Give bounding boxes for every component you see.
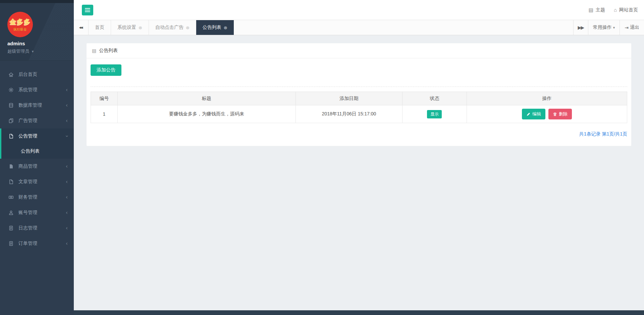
pagination-info: 共1条记录 第1页/共1页 xyxy=(91,131,627,137)
logout-button[interactable]: ⇥ 退出 xyxy=(620,20,644,35)
role-dropdown[interactable]: 超级管理员 ▾ xyxy=(7,48,74,54)
database-icon xyxy=(8,103,14,108)
announcement-icon xyxy=(8,134,14,139)
table-header-row: 编号 标题 添加日期 状态 操作 xyxy=(91,92,627,105)
avatar: 金多多 疯狂吸金 xyxy=(7,12,33,37)
chevron-left-icon: ‹ xyxy=(66,163,68,169)
logout-icon: ⇥ xyxy=(625,25,629,30)
column-header-actions: 操作 xyxy=(467,92,627,105)
tab-system-settings[interactable]: 系统设置 ⊗ xyxy=(111,20,149,35)
close-icon[interactable]: ⊗ xyxy=(139,25,142,30)
chevron-left-icon: ‹ xyxy=(66,210,68,216)
theme-icon: ▤ xyxy=(589,7,593,13)
home-icon xyxy=(8,72,14,77)
tabs-scroll-right-button[interactable]: ▶▶ xyxy=(573,20,588,35)
menu-toggle-button[interactable] xyxy=(82,5,93,15)
sidebar-top-strip xyxy=(0,0,74,3)
sidebar: 金多多 疯狂吸金 admins 超级管理员 ▾ 后台首页 系统管理 ‹ xyxy=(0,0,74,315)
sidebar-menu: 后台首页 系统管理 ‹ 数据库管理 ‹ 广告管理 ‹ xyxy=(0,60,74,315)
close-icon[interactable]: ⊗ xyxy=(186,25,190,30)
ads-icon xyxy=(8,118,14,124)
logo-subtext: 疯狂吸金 xyxy=(13,27,27,32)
topbar: ▤ 主题 ⌂ 网站首页 xyxy=(74,0,644,20)
cell-title: 要赚钱金多多，为赚钱而生，源码来 xyxy=(117,105,296,123)
column-header-date: 添加日期 xyxy=(296,92,402,105)
chevron-left-icon: ‹ xyxy=(66,118,68,124)
column-header-id: 编号 xyxy=(91,92,118,105)
caret-down-icon: ▾ xyxy=(613,25,615,30)
profile-block: 金多多 疯狂吸金 admins 超级管理员 ▾ xyxy=(0,3,74,60)
table-row: 1 要赚钱金多多，为赚钱而生，源码来 2018年11月06日 15:17:00 … xyxy=(91,105,627,123)
tab-bar: ◀◀ 首页 系统设置 ⊗ 自动点击广告 ⊗ 公告列表 ⊗ ▶▶ 常用操作 ▾ ⇥… xyxy=(74,20,644,35)
article-icon xyxy=(8,179,14,185)
panel-header: ▤ 公告列表 xyxy=(87,43,631,58)
edit-button[interactable]: 编辑 xyxy=(522,109,545,119)
footer-bar xyxy=(74,310,644,315)
content-area: ▤ 公告列表 添加公告 编号 标题 添加日期 状态 操作 xyxy=(74,35,644,310)
column-header-title: 标题 xyxy=(117,92,296,105)
chevron-left-icon: ‹ xyxy=(66,102,68,108)
tabs-scroll-left-button[interactable]: ◀◀ xyxy=(74,20,89,35)
log-icon xyxy=(8,225,14,231)
goods-icon xyxy=(8,164,14,169)
common-actions-dropdown[interactable]: 常用操作 ▾ xyxy=(588,20,620,35)
sidebar-item-orders[interactable]: 订单管理 ‹ xyxy=(0,236,74,251)
sidebar-subitem-announcement-list[interactable]: 公告列表 xyxy=(1,144,74,159)
chevron-left-icon: ‹ xyxy=(66,225,68,231)
cell-actions: 编辑 删除 xyxy=(467,105,627,123)
logo-text: 金多多 xyxy=(10,17,31,27)
sidebar-item-logs[interactable]: 日志管理 ‹ xyxy=(0,220,74,236)
hamburger-icon xyxy=(85,8,90,12)
pencil-icon xyxy=(526,112,531,116)
chevron-left-icon: ‹ xyxy=(66,194,68,200)
sidebar-item-articles[interactable]: 文章管理 ‹ xyxy=(0,174,74,190)
sidebar-item-system[interactable]: 系统管理 ‹ xyxy=(0,82,74,98)
role-label: 超级管理员 xyxy=(7,49,29,54)
tab-home[interactable]: 首页 xyxy=(89,20,111,35)
close-icon[interactable]: ⊗ xyxy=(224,25,227,30)
chevron-down-icon: ‹ xyxy=(64,135,70,137)
column-header-status: 状态 xyxy=(402,92,467,105)
cell-date: 2018年11月06日 15:17:00 xyxy=(296,105,402,123)
account-icon xyxy=(8,210,14,216)
cell-status: 显示 xyxy=(402,105,467,123)
site-home-link[interactable]: ⌂ 网站首页 xyxy=(614,7,638,13)
sidebar-item-ads[interactable]: 广告管理 ‹ xyxy=(0,113,74,128)
sidebar-item-announcements[interactable]: 公告管理 ‹ xyxy=(1,128,74,144)
sidebar-item-database[interactable]: 数据库管理 ‹ xyxy=(0,98,74,113)
theme-link[interactable]: ▤ 主题 xyxy=(589,7,605,13)
main-column: ▤ 主题 ⌂ 网站首页 ◀◀ 首页 系统设置 ⊗ 自动点击广告 ⊗ 公告列表 ⊗… xyxy=(74,0,644,315)
dotted-divider xyxy=(91,87,627,87)
sidebar-item-accounts[interactable]: 账号管理 ‹ xyxy=(0,205,74,220)
caret-down-icon: ▾ xyxy=(32,49,34,53)
cell-id: 1 xyxy=(91,105,118,123)
tab-auto-click-ads[interactable]: 自动点击广告 ⊗ xyxy=(149,20,196,35)
chevron-left-icon: ‹ xyxy=(66,179,68,185)
page-title: 公告列表 xyxy=(99,48,118,54)
tab-announcement-list[interactable]: 公告列表 ⊗ xyxy=(196,20,234,35)
chevron-left-icon: ‹ xyxy=(66,87,68,93)
username: admins xyxy=(7,41,74,46)
sidebar-item-goods[interactable]: 商品管理 ‹ xyxy=(0,159,74,174)
add-announcement-button[interactable]: 添加公告 xyxy=(91,64,121,76)
sidebar-item-dashboard[interactable]: 后台首页 xyxy=(0,67,74,82)
sidebar-item-finance[interactable]: 财务管理 ‹ xyxy=(0,190,74,205)
finance-icon xyxy=(8,195,14,200)
announcement-panel: ▤ 公告列表 添加公告 编号 标题 添加日期 状态 操作 xyxy=(87,43,631,146)
list-icon: ▤ xyxy=(92,48,96,53)
order-icon xyxy=(8,241,14,247)
announcement-table: 编号 标题 添加日期 状态 操作 1 要赚钱金多多，为赚钱而生，源码来 2018… xyxy=(91,92,627,123)
status-badge[interactable]: 显示 xyxy=(427,110,442,118)
gear-icon xyxy=(8,87,14,93)
sidebar-active-group: 公告管理 ‹ 公告列表 xyxy=(0,128,74,159)
trash-icon xyxy=(553,112,557,116)
chevron-left-icon: ‹ xyxy=(66,241,68,247)
home-icon: ⌂ xyxy=(614,7,617,13)
delete-button[interactable]: 删除 xyxy=(548,109,572,119)
